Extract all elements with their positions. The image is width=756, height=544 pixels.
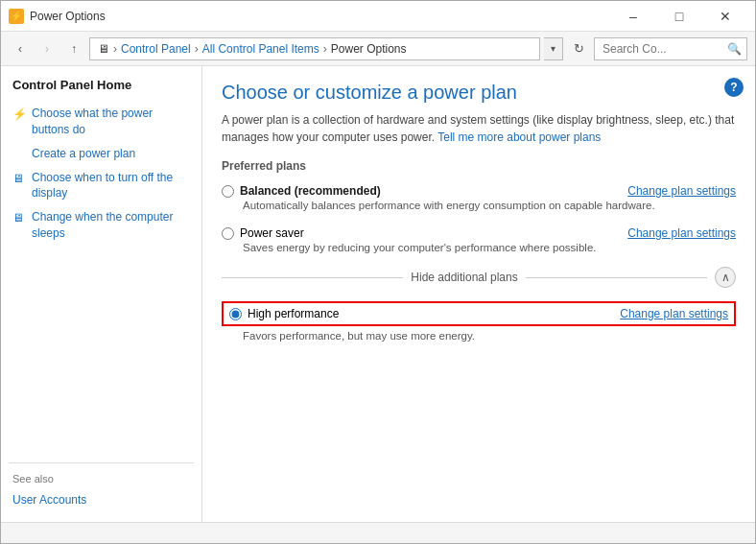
plan-desc-power-saver: Saves energy by reducing your computer's… xyxy=(243,242,736,253)
path-control-panel[interactable]: Control Panel xyxy=(121,42,191,56)
change-plan-link-high-performance[interactable]: Change plan settings xyxy=(620,307,728,320)
see-also-title: See also xyxy=(9,471,194,486)
sidebar-item-turn-off-display[interactable]: 🖥 Choose when to turn off the display xyxy=(9,168,194,204)
plan-row-high-performance: High performance Change plan settings xyxy=(222,301,736,326)
sidebar-title: Control Panel Home xyxy=(9,78,194,92)
change-plan-link-power-saver[interactable]: Change plan settings xyxy=(627,226,736,240)
status-bar xyxy=(1,522,755,543)
panel-description: A power plan is a collection of hardware… xyxy=(222,111,736,146)
sidebar-item-power-buttons-label: Choose what the power buttons do xyxy=(32,106,190,138)
sidebar-item-user-accounts[interactable]: User Accounts xyxy=(9,490,194,510)
main-panel: ? Choose or customize a power plan A pow… xyxy=(202,66,755,522)
window-title: Power Options xyxy=(30,10,611,23)
hide-plans-divider: Hide additional plans ∧ xyxy=(222,267,736,288)
divider-line-left xyxy=(222,277,403,278)
search-input[interactable] xyxy=(594,37,747,60)
plan-row-power-saver: Power saver Change plan settings xyxy=(222,226,736,240)
create-plan-icon xyxy=(12,147,28,162)
path-power-options: Power Options xyxy=(331,42,407,56)
plan-desc-high-performance: Favors performance, but may use more ene… xyxy=(243,330,736,342)
panel-title: Choose or customize a power plan xyxy=(222,82,736,104)
maximize-button[interactable]: □ xyxy=(657,1,701,32)
help-icon[interactable]: ? xyxy=(724,78,744,97)
main-window: ⚡ Power Options – □ ✕ ‹ › ↑ 🖥 › Control … xyxy=(0,0,756,544)
close-button[interactable]: ✕ xyxy=(703,1,747,32)
plan-name-high-performance: High performance xyxy=(248,307,339,320)
plan-label-high-performance[interactable]: High performance xyxy=(229,307,339,320)
plan-item-high-performance: High performance Change plan settings Fa… xyxy=(222,297,736,345)
back-button[interactable]: ‹ xyxy=(9,37,32,60)
search-icon: 🔍 xyxy=(727,42,742,56)
plan-name-balanced: Balanced (recommended) xyxy=(240,184,381,198)
hide-plans-label: Hide additional plans xyxy=(411,271,517,284)
plan-item-power-saver: Power saver Change plan settings Saves e… xyxy=(222,223,736,257)
minimize-button[interactable]: – xyxy=(611,1,655,32)
plan-label-power-saver[interactable]: Power saver xyxy=(222,226,304,240)
path-all-items[interactable]: All Control Panel Items xyxy=(202,42,319,56)
path-icon: 🖥 xyxy=(98,42,109,56)
sidebar-item-create-plan-label: Create a power plan xyxy=(32,146,135,162)
sidebar-item-turn-off-display-label: Choose when to turn off the display xyxy=(32,170,190,202)
power-buttons-icon: ⚡ xyxy=(12,106,28,122)
plan-name-power-saver: Power saver xyxy=(240,226,304,240)
content-area: Control Panel Home ⚡ Choose what the pow… xyxy=(1,66,755,522)
plan-radio-power-saver[interactable] xyxy=(222,227,234,240)
plan-desc-balanced: Automatically balances performance with … xyxy=(243,200,736,211)
divider-line-right xyxy=(526,277,707,278)
turn-off-display-icon: 🖥 xyxy=(12,171,28,186)
search-wrapper: 🔍 xyxy=(594,37,747,60)
title-bar-controls: – □ ✕ xyxy=(611,1,747,32)
address-dropdown[interactable]: ▾ xyxy=(544,37,563,60)
up-button[interactable]: ↑ xyxy=(62,37,85,60)
plan-row-balanced: Balanced (recommended) Change plan setti… xyxy=(222,184,736,198)
preferred-plans-label: Preferred plans xyxy=(222,159,736,173)
sidebar-item-computer-sleeps[interactable]: 🖥 Change when the computer sleeps xyxy=(9,207,194,244)
forward-button[interactable]: › xyxy=(35,37,59,60)
window-icon: ⚡ xyxy=(9,9,24,24)
change-plan-link-balanced[interactable]: Change plan settings xyxy=(627,184,736,198)
address-bar: ‹ › ↑ 🖥 › Control Panel › All Control Pa… xyxy=(1,32,755,66)
plan-item-balanced: Balanced (recommended) Change plan setti… xyxy=(222,180,736,215)
sidebar: Control Panel Home ⚡ Choose what the pow… xyxy=(1,66,202,522)
sidebar-item-user-accounts-label: User Accounts xyxy=(12,492,86,509)
window-icon-symbol: ⚡ xyxy=(11,11,22,21)
tell-me-link[interactable]: Tell me more about power plans xyxy=(437,130,601,144)
collapse-button[interactable]: ∧ xyxy=(715,267,736,288)
refresh-button[interactable]: ↻ xyxy=(567,37,590,60)
plan-radio-balanced[interactable] xyxy=(222,185,234,198)
computer-sleeps-icon: 🖥 xyxy=(12,210,28,225)
plan-label-balanced[interactable]: Balanced (recommended) xyxy=(222,184,381,198)
address-path[interactable]: 🖥 › Control Panel › All Control Panel It… xyxy=(89,37,540,60)
sidebar-item-create-plan[interactable]: Create a power plan xyxy=(9,144,194,164)
see-also-section: See also User Accounts xyxy=(9,462,194,510)
title-bar: ⚡ Power Options – □ ✕ xyxy=(1,1,755,32)
sidebar-item-power-buttons[interactable]: ⚡ Choose what the power buttons do xyxy=(9,104,194,140)
plan-radio-high-performance[interactable] xyxy=(229,308,242,320)
sidebar-item-computer-sleeps-label: Change when the computer sleeps xyxy=(32,209,190,242)
